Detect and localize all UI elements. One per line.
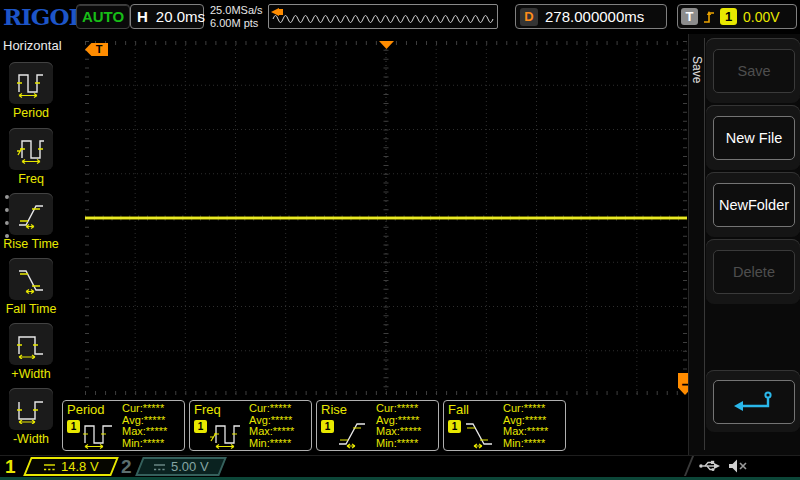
measurement-name: Fall: [448, 402, 469, 417]
measure-item-freq[interactable]: [9, 128, 53, 170]
return-arrow-icon: [730, 388, 778, 416]
trigger-level-value: 0.00V: [743, 9, 780, 25]
delay-label: D: [520, 8, 538, 26]
waveform-position-preview: [268, 4, 498, 29]
measurement-name: Rise: [321, 402, 347, 417]
pos-width-icon: [16, 329, 46, 359]
measure-item-fall-time[interactable]: [9, 258, 53, 300]
measure-item-pos-width-label: +Width: [0, 367, 62, 381]
memory-depth: 6.00M pts: [210, 17, 263, 30]
run-status-badge: AUTO: [76, 4, 130, 29]
preview-wave-icon: [272, 6, 496, 27]
delay-box: D 278.000000ms: [515, 4, 667, 29]
channel1-number: 1: [5, 456, 16, 478]
acquisition-info: 25.0MSa/s 6.00M pts: [210, 4, 263, 30]
measurement-name: Period: [67, 402, 105, 417]
measurement-values: Cur:***** Avg:***** Max:***** Min:*****: [503, 403, 548, 449]
measurement-box-period: Period 1 Cur:***** Avg:***** Max:***** M…: [62, 400, 185, 451]
sample-rate: 25.0MSa/s: [210, 4, 263, 17]
trigger-label: T: [681, 8, 698, 25]
measure-item-period-label: Period: [0, 106, 62, 120]
back-button[interactable]: [713, 380, 795, 424]
delay-value: 278.000000ms: [545, 8, 644, 25]
softkey-slot: New File: [706, 105, 800, 170]
measurement-values: Cur:***** Avg:***** Max:***** Min:*****: [249, 403, 294, 449]
measurement-source-badge: 1: [194, 420, 207, 433]
freq-icon: [209, 417, 247, 449]
period-icon: [82, 417, 120, 449]
measurement-box-fall: Fall 1 Cur:***** Avg:***** Max:***** Min…: [443, 400, 566, 451]
measure-item-pos-width[interactable]: [9, 323, 53, 365]
channel1-scale: 14.8 V: [61, 459, 99, 474]
dc-coupling-icon: [153, 462, 166, 472]
menu-edge-line: [704, 38, 705, 450]
measurement-values: Cur:***** Avg:***** Max:***** Min:*****: [376, 403, 421, 449]
speaker-muted-icon: [728, 458, 748, 474]
softkey-slot: NewFolder: [706, 172, 800, 237]
trigger-source-badge: 1: [720, 8, 737, 25]
measurement-source-badge: 1: [448, 420, 461, 433]
measure-item-freq-label: Freq: [0, 172, 62, 186]
period-icon: [16, 68, 46, 98]
menu-tab-save: Save: [690, 56, 704, 83]
system-status-icons: [698, 458, 748, 474]
measurement-box-freq: Freq 1 Cur:***** Avg:***** Max:***** Min…: [189, 400, 312, 451]
waveform-display: T T: [85, 41, 687, 395]
measurement-name: Freq: [194, 402, 221, 417]
new-file-button[interactable]: New File: [713, 116, 795, 160]
measurement-source-badge: 1: [67, 420, 80, 433]
measure-item-rise-time[interactable]: [9, 193, 53, 235]
measure-menu-title: Horizontal: [3, 38, 62, 53]
measure-item-neg-width-label: -Width: [0, 432, 62, 446]
fall-time-icon: [16, 264, 46, 294]
fall-icon: [463, 417, 501, 449]
channel2-indicator[interactable]: 5.00 V: [135, 457, 227, 476]
measurement-source-badge: 1: [321, 420, 334, 433]
oscilloscope-screen: RIGOL AUTO H 20.0ms 25.0MSa/s 6.00M pts …: [0, 0, 800, 480]
dc-coupling-icon: [43, 462, 56, 472]
measure-item-fall-time-label: Fall Time: [0, 302, 62, 316]
new-folder-button[interactable]: NewFolder: [713, 183, 795, 227]
horizontal-scale-value: 20.0ms: [156, 8, 205, 25]
measurement-values: Cur:***** Avg:***** Max:***** Min:*****: [122, 403, 167, 449]
channel1-indicator[interactable]: 14.8 V: [23, 457, 119, 476]
softkey-slot: Delete: [706, 239, 800, 304]
measure-item-period[interactable]: [9, 62, 53, 104]
rise-icon: [336, 417, 374, 449]
graticule: [85, 41, 687, 395]
rise-time-icon: [16, 199, 46, 229]
softkey-slot: Save: [706, 38, 800, 103]
measure-item-rise-time-label: Rise Time: [0, 237, 62, 251]
measure-menu: Horizontal Period Freq: [0, 34, 62, 455]
rigol-logo: RIGOL: [3, 3, 84, 30]
usb-icon: [698, 458, 722, 474]
softkey-menu: Save Save New File NewFolder Delete: [688, 34, 800, 455]
trigger-box: T 1 0.00V: [677, 4, 797, 29]
horizontal-label: H: [137, 8, 148, 25]
neg-width-icon: [16, 394, 46, 424]
softkey-slot: [706, 370, 800, 432]
horizontal-scale-box: H 20.0ms: [130, 4, 204, 29]
channel2-number: 2: [121, 456, 132, 478]
channel2-scale: 5.00 V: [171, 459, 209, 474]
save-button[interactable]: Save: [713, 49, 795, 93]
measure-item-neg-width[interactable]: [9, 388, 53, 430]
measurement-box-rise: Rise 1 Cur:***** Avg:***** Max:***** Min…: [316, 400, 439, 451]
trigger-edge-icon: [702, 9, 716, 25]
freq-icon: [16, 134, 46, 164]
delete-button[interactable]: Delete: [713, 250, 795, 294]
